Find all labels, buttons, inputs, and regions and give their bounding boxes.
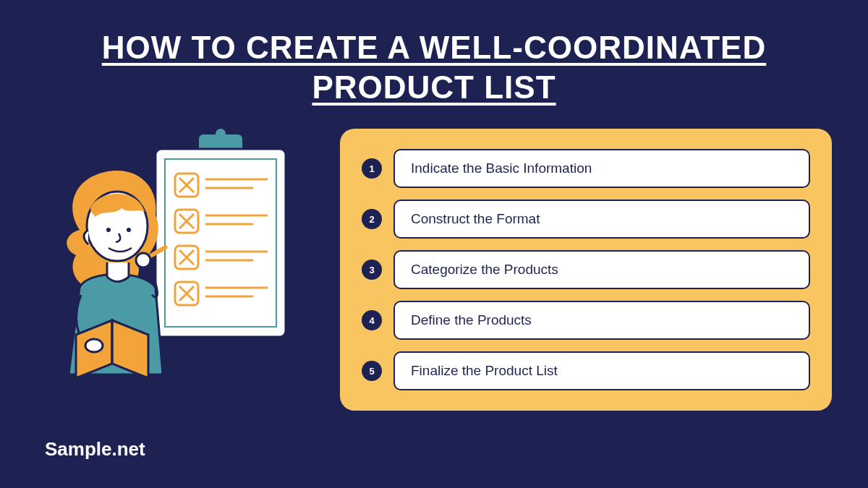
step-label: Construct the Format bbox=[393, 200, 810, 239]
steps-panel: 1 Indicate the Basic Information 2 Const… bbox=[340, 129, 832, 411]
step-label: Define the Products bbox=[393, 301, 810, 340]
person-clipboard-illustration bbox=[36, 129, 311, 403]
step-number-badge: 4 bbox=[362, 310, 382, 330]
step-number-badge: 5 bbox=[362, 361, 382, 381]
step-label: Finalize the Product List bbox=[393, 351, 810, 390]
step-label: Categorize the Products bbox=[393, 250, 810, 289]
page-title: HOW TO CREATE A WELL-COORDINATED PRODUCT… bbox=[0, 0, 868, 107]
step-row: 5 Finalize the Product List bbox=[362, 351, 810, 390]
svg-rect-1 bbox=[216, 129, 226, 139]
step-row: 2 Construct the Format bbox=[362, 200, 810, 239]
step-row: 3 Categorize the Products bbox=[362, 250, 810, 289]
svg-point-17 bbox=[106, 228, 111, 232]
step-row: 1 Indicate the Basic Information bbox=[362, 149, 810, 188]
content-area: 1 Indicate the Basic Information 2 Const… bbox=[0, 107, 868, 411]
illustration bbox=[36, 129, 311, 403]
step-label: Indicate the Basic Information bbox=[393, 149, 810, 188]
svg-point-22 bbox=[85, 339, 103, 352]
step-row: 4 Define the Products bbox=[362, 301, 810, 340]
title-line-1: HOW TO CREATE A WELL-COORDINATED bbox=[102, 30, 766, 65]
svg-point-20 bbox=[136, 253, 150, 267]
svg-point-18 bbox=[127, 228, 131, 232]
title-line-2: PRODUCT LIST bbox=[312, 69, 556, 105]
step-number-badge: 1 bbox=[362, 158, 382, 179]
brand-label: Sample.net bbox=[45, 438, 145, 461]
step-number-badge: 3 bbox=[362, 260, 382, 280]
step-number-badge: 2 bbox=[362, 209, 382, 229]
